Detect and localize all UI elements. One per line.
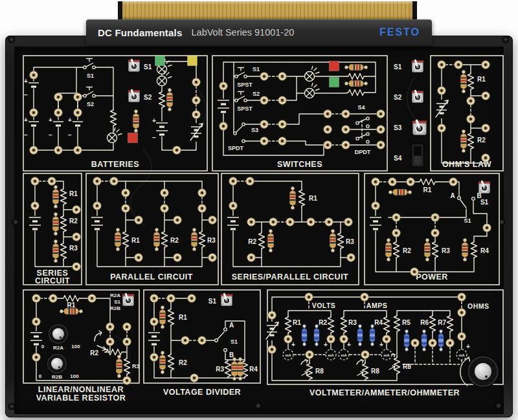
banana-jack[interactable] bbox=[150, 353, 158, 361]
toggle-switch-s2[interactable] bbox=[128, 91, 140, 102]
banana-jack[interactable] bbox=[93, 177, 101, 185]
banana-jack[interactable] bbox=[192, 96, 200, 104]
banana-jack[interactable] bbox=[482, 92, 490, 100]
banana-jack[interactable] bbox=[269, 218, 277, 226]
toggle-switch-s1[interactable] bbox=[128, 60, 140, 72]
banana-jack[interactable] bbox=[458, 333, 466, 340]
banana-jack[interactable] bbox=[220, 82, 227, 90]
banana-jack[interactable] bbox=[278, 120, 286, 128]
banana-jack[interactable] bbox=[167, 294, 175, 302]
banana-jack[interactable] bbox=[48, 177, 56, 185]
banana-jack[interactable] bbox=[260, 96, 268, 104]
banana-jack[interactable] bbox=[342, 126, 350, 133]
banana-jack[interactable] bbox=[278, 96, 286, 104]
banana-jack[interactable] bbox=[74, 146, 82, 154]
banana-jack[interactable] bbox=[123, 323, 131, 331]
banana-jack[interactable] bbox=[449, 178, 457, 186]
banana-jack[interactable] bbox=[407, 178, 414, 186]
banana-jack[interactable] bbox=[190, 374, 198, 382]
banana-jack[interactable] bbox=[372, 178, 379, 186]
banana-jack[interactable] bbox=[88, 294, 96, 302]
banana-jack[interactable] bbox=[188, 294, 196, 302]
banana-jack[interactable] bbox=[208, 254, 216, 261]
banana-jack[interactable] bbox=[150, 318, 158, 326]
banana-jack[interactable] bbox=[54, 109, 62, 116]
banana-jack[interactable] bbox=[32, 353, 40, 361]
banana-jack[interactable] bbox=[260, 120, 268, 128]
banana-jack[interactable] bbox=[246, 177, 254, 185]
banana-jack[interactable] bbox=[307, 218, 315, 226]
banana-jack[interactable] bbox=[247, 254, 255, 261]
banana-jack[interactable] bbox=[32, 318, 40, 326]
banana-jack[interactable] bbox=[305, 293, 313, 301]
banana-jack[interactable] bbox=[161, 204, 168, 212]
banana-jack[interactable] bbox=[278, 137, 286, 145]
banana-jack[interactable] bbox=[483, 224, 491, 232]
banana-jack[interactable] bbox=[377, 110, 385, 118]
banana-jack[interactable] bbox=[73, 233, 80, 241]
banana-jack[interactable] bbox=[260, 72, 268, 80]
banana-jack[interactable] bbox=[388, 178, 396, 186]
banana-jack[interactable] bbox=[431, 229, 439, 237]
banana-jack[interactable] bbox=[324, 110, 332, 118]
banana-jack[interactable] bbox=[431, 214, 439, 221]
banana-jack[interactable] bbox=[220, 122, 227, 130]
ohms-adjust-knob[interactable] bbox=[467, 355, 499, 388]
banana-jack[interactable] bbox=[198, 189, 206, 197]
banana-jack[interactable] bbox=[324, 126, 332, 133]
panel-toggle-s2[interactable] bbox=[412, 91, 423, 103]
banana-jack[interactable] bbox=[173, 146, 181, 154]
banana-jack[interactable] bbox=[32, 294, 40, 302]
banana-jack[interactable] bbox=[54, 146, 62, 154]
banana-jack[interactable] bbox=[438, 124, 445, 132]
banana-jack[interactable] bbox=[446, 339, 454, 347]
banana-jack[interactable] bbox=[455, 61, 462, 69]
panel-slide-switch-s4[interactable] bbox=[412, 144, 424, 167]
banana-jack[interactable] bbox=[54, 93, 62, 101]
banana-jack[interactable] bbox=[174, 216, 181, 224]
banana-jack[interactable] bbox=[30, 109, 38, 116]
banana-jack[interactable] bbox=[467, 115, 475, 123]
banana-jack[interactable] bbox=[383, 335, 390, 343]
banana-jack[interactable] bbox=[286, 218, 294, 226]
banana-jack[interactable] bbox=[377, 141, 385, 149]
panel-toggle-s1[interactable] bbox=[412, 61, 423, 72]
banana-jack[interactable] bbox=[73, 206, 80, 214]
banana-jack[interactable] bbox=[268, 311, 276, 319]
banana-jack[interactable] bbox=[150, 294, 158, 302]
banana-jack[interactable] bbox=[344, 218, 352, 226]
power-toggle-s1[interactable] bbox=[479, 182, 490, 193]
knob-r2a[interactable] bbox=[48, 324, 69, 344]
banana-jack[interactable] bbox=[482, 124, 490, 132]
banana-jack[interactable] bbox=[161, 189, 168, 197]
banana-jack[interactable] bbox=[325, 218, 333, 226]
banana-jack[interactable] bbox=[198, 337, 206, 344]
divider-toggle-s1[interactable] bbox=[221, 294, 232, 306]
banana-jack[interactable] bbox=[306, 351, 313, 359]
banana-jack[interactable] bbox=[208, 216, 216, 224]
banana-jack[interactable] bbox=[30, 146, 38, 154]
banana-jack[interactable] bbox=[174, 254, 181, 261]
banana-jack[interactable] bbox=[122, 204, 130, 212]
knob-r2b[interactable] bbox=[47, 353, 67, 374]
banana-jack[interactable] bbox=[123, 338, 131, 346]
banana-jack[interactable] bbox=[458, 293, 466, 301]
banana-jack[interactable] bbox=[229, 177, 237, 185]
banana-jack[interactable] bbox=[74, 93, 82, 101]
banana-jack[interactable] bbox=[49, 294, 57, 302]
banana-jack[interactable] bbox=[327, 335, 335, 343]
banana-jack[interactable] bbox=[324, 141, 332, 149]
banana-jack[interactable] bbox=[278, 72, 286, 80]
banana-jack[interactable] bbox=[181, 337, 189, 344]
banana-jack[interactable] bbox=[31, 177, 39, 185]
banana-jack[interactable] bbox=[198, 204, 206, 212]
banana-jack[interactable] bbox=[458, 309, 466, 316]
banana-jack[interactable] bbox=[482, 61, 490, 69]
banana-jack[interactable] bbox=[411, 268, 418, 276]
banana-jack[interactable] bbox=[377, 126, 385, 133]
banana-jack[interactable] bbox=[340, 335, 348, 343]
banana-jack[interactable] bbox=[74, 109, 82, 116]
panel-toggle-s3[interactable] bbox=[412, 121, 427, 135]
banana-jack[interactable] bbox=[93, 202, 101, 210]
banana-jack[interactable] bbox=[342, 110, 350, 118]
